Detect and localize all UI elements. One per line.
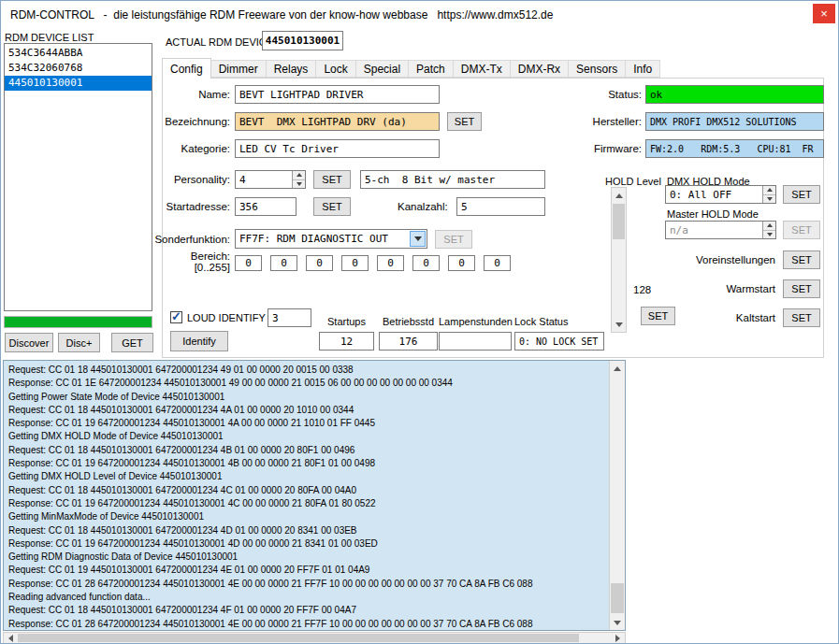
log-line: Getting Power State Mode of Device 44501… [8, 391, 607, 404]
loud-identify-label: LOUD IDENTIFY [187, 312, 266, 323]
personality-description-field[interactable] [360, 170, 545, 189]
hold-level-set-button[interactable]: SET [641, 307, 675, 325]
tab-sensors[interactable]: Sensors [568, 60, 626, 78]
voreinstellungen-set-button[interactable]: SET [783, 250, 820, 269]
personality-spinner[interactable] [292, 171, 305, 188]
log-line: Response: CC 01 1E 647200001234 44501013… [8, 377, 607, 390]
scroll-down-icon[interactable] [610, 615, 625, 630]
log-line: Response: CC 01 28 647200001234 44501013… [8, 578, 607, 591]
sonderfunktion-dropdown[interactable]: FF7F: RDM DIAGNOSTIC OUT [235, 229, 427, 249]
bereich-field-5[interactable] [377, 255, 404, 271]
chevron-down-icon[interactable] [410, 231, 426, 247]
kategorie-field[interactable] [235, 139, 440, 158]
close-button[interactable]: × [813, 4, 835, 23]
spin-down-icon[interactable] [763, 230, 775, 239]
lock-status-field[interactable] [514, 332, 604, 351]
scroll-up-icon[interactable] [610, 361, 625, 376]
device-list-label: RDM DEVICE LIST [5, 32, 94, 43]
tab-special[interactable]: Special [355, 60, 409, 78]
master-hold-mode-spinner[interactable] [762, 222, 775, 238]
lampenstunden-field[interactable] [439, 332, 512, 351]
startadresse-field[interactable] [235, 197, 297, 216]
personality-value: 4 [239, 174, 246, 186]
bezeichnung-label: Bezeichnung: [149, 116, 230, 127]
kategorie-label: Kategorie: [149, 143, 230, 154]
voreinstellungen-label: Voreinstellungen [656, 254, 775, 265]
tab-info[interactable]: Info [625, 60, 660, 78]
tab-dimmer[interactable]: Dimmer [210, 60, 267, 78]
personality-label: Personality: [149, 174, 230, 185]
scroll-right-icon[interactable] [611, 633, 625, 643]
loud-identify-checkbox[interactable] [170, 311, 182, 323]
master-hold-mode-label: Master HOLD Mode [667, 208, 759, 220]
tab-dmx-rx[interactable]: DMX-Rx [510, 60, 569, 78]
log-scrollbar-horizontal[interactable] [3, 632, 626, 644]
hersteller-value: DMX PROFI DMX512 SOLUTIONS [645, 112, 824, 131]
personality-stepper[interactable]: 4 [235, 170, 306, 189]
identify-button[interactable]: Identify [170, 331, 228, 351]
startups-field[interactable] [319, 332, 374, 351]
startups-label: Startups [319, 316, 374, 327]
hscrollbar-thumb[interactable] [18, 634, 579, 642]
bereich-field-7[interactable] [448, 255, 475, 271]
kaltstart-label: Kaltstart [682, 312, 775, 323]
log-line: Request: CC 01 19 445010130001 647200001… [8, 564, 607, 577]
tab-bar: Config Dimmer Relays Lock Special Patch … [162, 58, 660, 78]
actual-device-label: ACTUAL RDM DEVICE [166, 36, 273, 48]
get-button[interactable]: GET [111, 333, 153, 352]
betriebsstd-field[interactable] [379, 332, 438, 351]
log-line: Getting DMX HOLD Level of Device 4450101… [8, 470, 607, 483]
dmx-hold-mode-stepper[interactable]: 0: All OFF [665, 185, 776, 204]
device-list-item[interactable]: 534C3644ABBA [5, 46, 152, 61]
master-hold-mode-value: n/a [670, 224, 688, 236]
startadresse-set-button[interactable]: SET [313, 197, 351, 216]
scroll-down-icon[interactable] [612, 317, 626, 332]
disc-plus-button[interactable]: Disc+ [58, 333, 100, 352]
hold-scrollbar-thumb[interactable] [613, 204, 625, 239]
scroll-up-icon[interactable] [612, 188, 626, 203]
tab-relays[interactable]: Relays [266, 60, 317, 78]
tab-lock[interactable]: Lock [315, 60, 355, 78]
log-scrollbar-thumb[interactable] [611, 583, 624, 613]
log-line: Response: CC 01 28 647200001234 44501013… [8, 618, 607, 631]
log-line: Request: CC 01 18 445010130001 647200001… [8, 604, 607, 617]
bezeichnung-field[interactable] [235, 112, 440, 131]
device-list-item[interactable]: 534C32060768 [5, 61, 152, 76]
bezeichnung-set-button[interactable]: SET [447, 112, 482, 131]
loud-identify-field[interactable] [268, 308, 311, 327]
tab-dmx-tx[interactable]: DMX-Tx [453, 60, 511, 78]
device-list-item-selected[interactable]: 445010130001 [5, 76, 152, 91]
log-line: Response: CC 01 19 647200001234 44501013… [8, 457, 607, 470]
spin-up-icon[interactable] [763, 222, 775, 230]
bereich-field-3[interactable] [306, 255, 333, 271]
scroll-left-icon[interactable] [4, 633, 18, 643]
spin-up-icon[interactable] [763, 186, 775, 194]
master-hold-mode-stepper[interactable]: n/a [665, 221, 776, 239]
tab-patch[interactable]: Patch [408, 60, 454, 78]
log-line: Response: CC 01 19 647200001234 44501013… [8, 417, 607, 430]
bereich-field-4[interactable] [341, 255, 369, 271]
spin-down-icon[interactable] [763, 194, 775, 204]
dmx-hold-mode-value: 0: All OFF [670, 189, 731, 201]
log-scrollbar-vertical[interactable] [609, 361, 625, 630]
kanalzahl-field[interactable] [456, 197, 545, 216]
spin-down-icon[interactable] [293, 179, 305, 189]
log-area[interactable]: Request: CC 01 18 445010130001 647200001… [3, 360, 626, 631]
warmstart-set-button[interactable]: SET [783, 279, 820, 298]
personality-set-button[interactable]: SET [313, 170, 351, 189]
dmx-hold-mode-set-button[interactable]: SET [783, 185, 820, 204]
bereich-field-6[interactable] [412, 255, 440, 271]
tab-config[interactable]: Config [162, 58, 211, 79]
discover-button[interactable]: Discover [5, 333, 53, 352]
name-field[interactable] [235, 85, 440, 104]
bereich-field-8[interactable] [484, 255, 511, 271]
spin-up-icon[interactable] [293, 171, 305, 179]
bereich-field-2[interactable] [270, 255, 297, 271]
kaltstart-set-button[interactable]: SET [783, 308, 820, 327]
hold-level-scrollbar[interactable] [611, 187, 627, 333]
bereich-field-1[interactable] [235, 255, 262, 271]
title-bar: RDM-CONTROL - die leistungsfähige RDM Fr… [1, 1, 838, 28]
dmx-hold-mode-spinner[interactable] [762, 186, 775, 203]
log-line: Request: CC 01 18 445010130001 647200001… [8, 404, 607, 417]
lock-status-label: Lock Status [514, 316, 604, 327]
